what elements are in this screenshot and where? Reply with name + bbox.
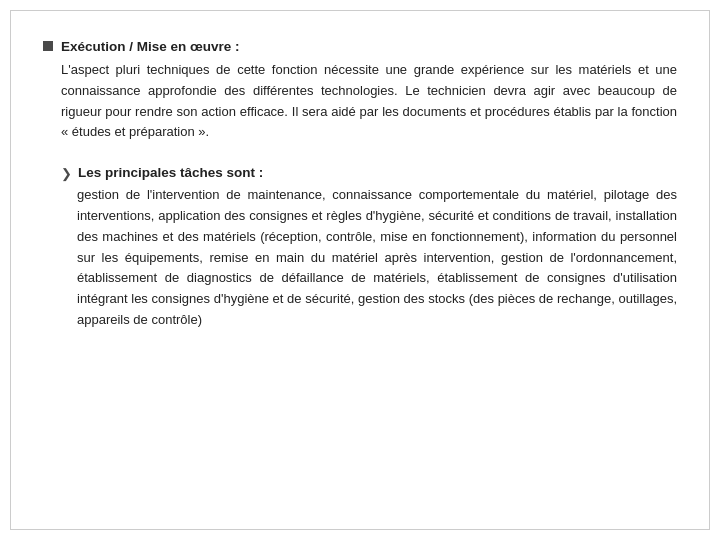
section-body: L'aspect pluri techniques de cette fonct… (61, 60, 677, 143)
sub-section: ❯ Les principales tâches sont : gestion … (61, 165, 677, 331)
slide-container: Exécution / Mise en œuvre : L'aspect plu… (10, 10, 710, 530)
bullet-icon (43, 41, 53, 51)
sub-title-row: ❯ Les principales tâches sont : (61, 165, 677, 181)
arrow-bullet-icon: ❯ (61, 166, 72, 181)
section-title: Exécution / Mise en œuvre : (61, 39, 240, 54)
section-title-row: Exécution / Mise en œuvre : (43, 39, 677, 54)
sub-section-title: Les principales tâches sont : (78, 165, 263, 180)
sub-section-body: gestion de l'intervention de maintenance… (77, 185, 677, 331)
main-section: Exécution / Mise en œuvre : L'aspect plu… (43, 39, 677, 143)
